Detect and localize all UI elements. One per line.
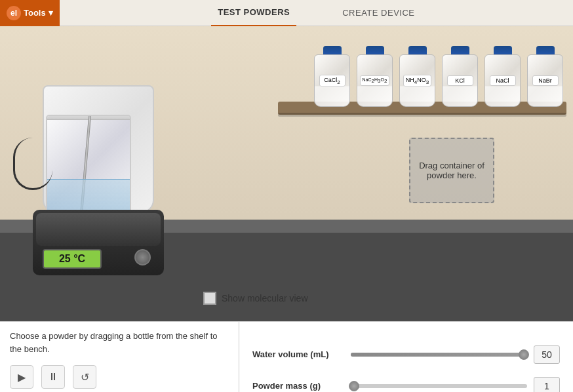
drag-drop-zone[interactable]: Drag container of powder here.	[409, 138, 494, 203]
simulation-scene: CaCl2 NaC2H3O2 NH4NO3 KCl	[0, 26, 573, 321]
bottom-right-panel: Water volume (mL) 50 Powder mass (g) 1	[239, 322, 573, 392]
bottle-cap	[323, 46, 342, 55]
molecular-view-control: Show molecular view	[203, 292, 308, 305]
powder-mass-row: Powder mass (g) 1	[252, 377, 560, 393]
water-volume-fill	[351, 353, 524, 357]
logo-icon: el	[7, 6, 21, 20]
bottle-body: NaCl	[484, 54, 521, 107]
pause-button[interactable]: ⏸	[41, 365, 65, 389]
bottom-panel: Choose a powder by dragging a bottle fro…	[0, 321, 573, 392]
hotplate-surface	[36, 213, 161, 246]
powder-mass-slider[interactable]	[351, 384, 527, 388]
chevron-down-icon: ▾	[49, 8, 53, 18]
beaker	[46, 115, 131, 220]
playback-controls: ▶ ⏸ ↺	[10, 365, 229, 389]
bottle-cap	[366, 46, 384, 55]
powder-mass-value: 1	[534, 377, 560, 393]
reset-button[interactable]: ↺	[73, 365, 96, 389]
water-volume-label: Water volume (mL)	[252, 349, 344, 359]
instruction-text: Choose a powder by dragging a bottle fro…	[10, 330, 229, 355]
water-volume-value: 50	[534, 345, 560, 364]
bottle-nabr[interactable]: NaBr	[527, 46, 563, 107]
tools-button[interactable]: el Tools ▾	[0, 0, 60, 26]
bottle-body: KCl	[442, 54, 478, 107]
bottle-label: KCl	[447, 75, 473, 86]
shelf-shadow	[278, 113, 566, 117]
hotplate-knob[interactable]	[134, 249, 151, 265]
bottle-cap	[408, 46, 427, 55]
bottle-nacl[interactable]: NaCl	[484, 46, 521, 107]
water-volume-row: Water volume (mL) 50	[252, 345, 560, 364]
temperature-display: 25 °C	[43, 249, 102, 269]
bottle-cap	[536, 46, 555, 55]
nav-tabs: TEST POWDERS CREATE DEVICE	[60, 0, 573, 26]
bottle-powder	[443, 87, 477, 106]
bottle-powder	[528, 87, 563, 106]
molecular-view-checkbox[interactable]	[203, 292, 216, 305]
bottle-body: CaCl2	[314, 54, 350, 107]
play-button[interactable]: ▶	[10, 365, 33, 389]
water-volume-thumb[interactable]	[519, 349, 529, 360]
molecular-view-label: Show molecular view	[222, 293, 308, 304]
bottle-powder	[485, 87, 520, 106]
bottle-powder	[357, 87, 392, 106]
bottle-label: NaCl	[490, 75, 516, 86]
water-volume-slider[interactable]	[351, 353, 527, 357]
tab-create-device[interactable]: CREATE DEVICE	[336, 0, 421, 26]
cable	[13, 138, 52, 190]
bottle-body: NaC2H3O2	[357, 54, 393, 107]
tab-test-powders[interactable]: TEST POWDERS	[211, 0, 296, 26]
bottle-body: NaBr	[527, 54, 563, 107]
bottle-label: NH4NO3	[403, 75, 431, 87]
beaker-assembly	[46, 115, 131, 220]
hotplate: 25 °C	[33, 210, 164, 275]
bottle-label: NaC2H3O2	[360, 75, 390, 86]
bottles-container: CaCl2 NaC2H3O2 NH4NO3 KCl	[314, 46, 563, 107]
powder-mass-label: Powder mass (g)	[252, 381, 344, 391]
header: el Tools ▾ TEST POWDERS CREATE DEVICE	[0, 0, 573, 26]
bottom-left-panel: Choose a powder by dragging a bottle fro…	[0, 322, 239, 392]
bottle-body: NH4NO3	[399, 54, 435, 107]
bottle-cap	[451, 46, 469, 55]
bottle-cap	[494, 46, 512, 55]
bottle-nh4no3[interactable]: NH4NO3	[399, 46, 435, 107]
bottle-label: NaBr	[532, 75, 559, 86]
bottle-label: CaCl2	[319, 75, 346, 87]
bottle-cacl2[interactable]: CaCl2	[314, 46, 350, 107]
bottle-powder	[400, 87, 435, 106]
powder-mass-thumb[interactable]	[349, 381, 359, 391]
bottle-powder	[315, 87, 349, 106]
bottle-nac2h3o2[interactable]: NaC2H3O2	[357, 46, 393, 107]
bottle-kcl[interactable]: KCl	[442, 46, 478, 107]
